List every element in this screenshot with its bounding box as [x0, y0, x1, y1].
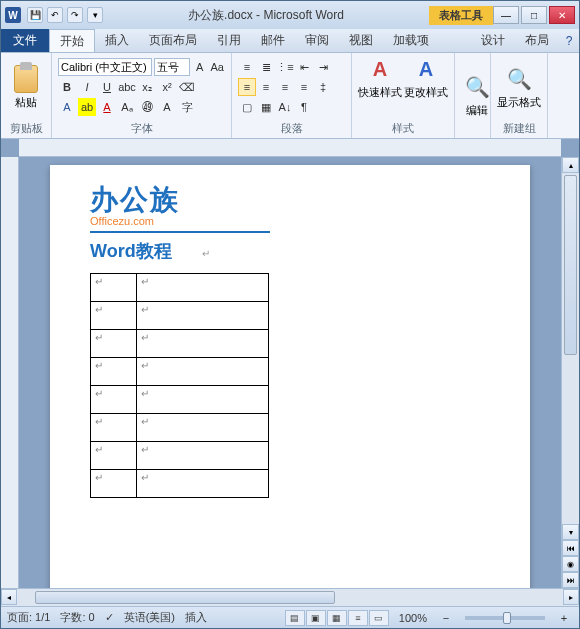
change-styles-button[interactable]: A 更改样式 — [404, 55, 448, 119]
justify-icon[interactable]: ≡ — [295, 78, 313, 96]
multilevel-icon[interactable]: ⋮≡ — [276, 58, 294, 76]
tab-insert[interactable]: 插入 — [95, 29, 139, 52]
scroll-thumb-v[interactable] — [564, 175, 577, 355]
table-cell[interactable]: ↵ — [91, 330, 137, 358]
table-cell[interactable]: ↵ — [91, 470, 137, 498]
tab-view[interactable]: 视图 — [339, 29, 383, 52]
table-row[interactable]: ↵↵ — [91, 442, 269, 470]
superscript-button[interactable]: x² — [158, 78, 176, 96]
text-effects-icon[interactable]: A — [58, 98, 76, 116]
table-cell[interactable]: ↵ — [137, 274, 269, 302]
table-cell[interactable]: ↵ — [137, 358, 269, 386]
line-spacing-icon[interactable]: ‡ — [314, 78, 332, 96]
scroll-left-icon[interactable]: ◂ — [1, 589, 17, 605]
qat-more-icon[interactable]: ▾ — [87, 7, 103, 23]
table-cell[interactable]: ↵ — [137, 386, 269, 414]
paste-button[interactable]: 粘贴 — [7, 59, 45, 115]
status-page[interactable]: 页面: 1/1 — [7, 610, 50, 625]
table-row[interactable]: ↵↵ — [91, 330, 269, 358]
shading-icon[interactable]: ▢ — [238, 98, 256, 116]
bold-button[interactable]: B — [58, 78, 76, 96]
highlight-icon[interactable]: ab — [78, 98, 96, 116]
borders-icon[interactable]: ▦ — [257, 98, 275, 116]
vertical-scrollbar[interactable]: ▴ ▾ ⏮ ◉ ⏭ — [561, 157, 579, 588]
status-mode[interactable]: 插入 — [185, 610, 207, 625]
tab-home[interactable]: 开始 — [49, 29, 95, 52]
vertical-ruler[interactable] — [1, 157, 19, 588]
table-cell[interactable]: ↵ — [91, 358, 137, 386]
decrease-indent-icon[interactable]: ⇤ — [295, 58, 313, 76]
draft-view-icon[interactable]: ▭ — [369, 610, 389, 626]
tab-references[interactable]: 引用 — [207, 29, 251, 52]
align-center-icon[interactable]: ≡ — [257, 78, 275, 96]
tab-table-layout[interactable]: 布局 — [515, 29, 559, 52]
underline-button[interactable]: U — [98, 78, 116, 96]
table-cell[interactable]: ↵ — [137, 302, 269, 330]
table-row[interactable]: ↵↵ — [91, 386, 269, 414]
table-cell[interactable]: ↵ — [137, 414, 269, 442]
horizontal-ruler[interactable] — [19, 139, 561, 157]
zoom-in-icon[interactable]: + — [555, 609, 573, 627]
zoom-slider-thumb[interactable] — [503, 612, 511, 624]
align-right-icon[interactable]: ≡ — [276, 78, 294, 96]
save-icon[interactable]: 💾 — [27, 7, 43, 23]
maximize-button[interactable]: □ — [521, 6, 547, 24]
table-row[interactable]: ↵↵ — [91, 470, 269, 498]
print-layout-view-icon[interactable]: ▤ — [285, 610, 305, 626]
prev-page-icon[interactable]: ⏮ — [562, 540, 579, 556]
close-button[interactable]: ✕ — [549, 6, 575, 24]
show-marks-icon[interactable]: ¶ — [295, 98, 313, 116]
tab-addins[interactable]: 加载项 — [383, 29, 439, 52]
status-language[interactable]: 英语(美国) — [124, 610, 175, 625]
table-cell[interactable]: ↵ — [137, 330, 269, 358]
phonetic-guide-icon[interactable]: 字 — [178, 98, 196, 116]
table-cell[interactable]: ↵ — [91, 302, 137, 330]
next-page-icon[interactable]: ⏭ — [562, 572, 579, 588]
editing-button[interactable]: 🔍 编辑 — [461, 73, 493, 118]
table-row[interactable]: ↵↵ — [91, 414, 269, 442]
table-cell[interactable]: ↵ — [91, 386, 137, 414]
status-words[interactable]: 字数: 0 — [60, 610, 94, 625]
table-row[interactable]: ↵↵ — [91, 302, 269, 330]
outline-view-icon[interactable]: ≡ — [348, 610, 368, 626]
fullscreen-view-icon[interactable]: ▣ — [306, 610, 326, 626]
align-left-icon[interactable]: ≡ — [238, 78, 256, 96]
strike-button[interactable]: abc — [118, 78, 136, 96]
bullets-icon[interactable]: ≡ — [238, 58, 256, 76]
redo-icon[interactable]: ↷ — [67, 7, 83, 23]
change-case-icon[interactable]: Aa — [210, 58, 226, 76]
table-row[interactable]: ↵↵ — [91, 274, 269, 302]
file-tab[interactable]: 文件 — [1, 29, 49, 52]
zoom-out-icon[interactable]: − — [437, 609, 455, 627]
document-table[interactable]: ↵↵↵↵↵↵↵↵↵↵↵↵↵↵↵↵ — [90, 273, 269, 498]
char-scale-icon[interactable]: A — [158, 98, 176, 116]
table-cell[interactable]: ↵ — [91, 442, 137, 470]
show-format-button[interactable]: 🔍 显示格式 — [497, 65, 541, 110]
web-layout-view-icon[interactable]: ▦ — [327, 610, 347, 626]
horizontal-scrollbar[interactable]: ◂ ▸ — [1, 588, 579, 606]
table-cell[interactable]: ↵ — [137, 470, 269, 498]
table-cell[interactable]: ↵ — [137, 442, 269, 470]
tab-review[interactable]: 审阅 — [295, 29, 339, 52]
tab-mailings[interactable]: 邮件 — [251, 29, 295, 52]
italic-button[interactable]: I — [78, 78, 96, 96]
subscript-button[interactable]: x₂ — [138, 78, 156, 96]
numbering-icon[interactable]: ≣ — [257, 58, 275, 76]
browse-object-icon[interactable]: ◉ — [562, 556, 579, 572]
undo-icon[interactable]: ↶ — [47, 7, 63, 23]
table-cell[interactable]: ↵ — [91, 414, 137, 442]
clear-format-icon[interactable]: ⌫ — [178, 78, 196, 96]
page[interactable]: 办公族 Officezu.com Word教程 ↵ ↵↵↵↵↵↵↵↵↵↵↵↵↵↵… — [50, 165, 530, 588]
tab-table-design[interactable]: 设计 — [471, 29, 515, 52]
sort-icon[interactable]: A↓ — [276, 98, 294, 116]
grow-font-icon[interactable]: A — [192, 58, 208, 76]
quick-styles-button[interactable]: A 快速样式 — [358, 55, 402, 119]
status-proof-icon[interactable]: ✓ — [105, 611, 114, 624]
tab-page-layout[interactable]: 页面布局 — [139, 29, 207, 52]
font-size-select[interactable] — [154, 58, 190, 76]
scroll-up-icon[interactable]: ▴ — [562, 157, 579, 173]
font-name-select[interactable] — [58, 58, 152, 76]
font-color-icon[interactable]: A — [98, 98, 116, 116]
table-row[interactable]: ↵↵ — [91, 358, 269, 386]
scroll-right-icon[interactable]: ▸ — [563, 589, 579, 605]
